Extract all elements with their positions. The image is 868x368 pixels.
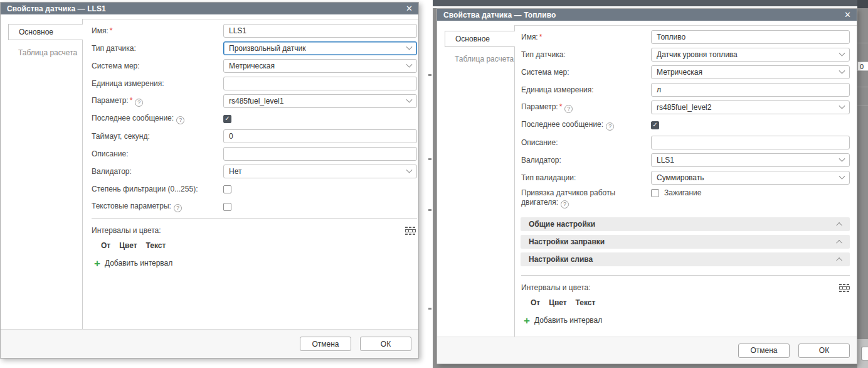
intervals-grid-icon[interactable] xyxy=(839,284,850,292)
required-asterisk: * xyxy=(539,33,542,41)
page-fragment xyxy=(428,209,431,211)
field-row-name: Имя:* xyxy=(92,24,417,38)
select-value: Суммировать xyxy=(657,173,704,182)
required-asterisk: * xyxy=(110,26,113,35)
validation-type-select[interactable]: Суммировать xyxy=(651,171,850,185)
field-row-last-message: Последнее сообщение:? xyxy=(92,112,417,126)
unit-input[interactable] xyxy=(651,83,850,97)
close-icon[interactable]: ✕ xyxy=(405,4,414,13)
help-glyph: ? xyxy=(179,116,182,125)
field-label: Таймаут, секунд: xyxy=(92,132,150,141)
chevron-down-icon xyxy=(839,173,845,179)
tab-calc-table[interactable]: Таблица расчета xyxy=(445,51,515,67)
left-screenshot-pane: Свойства датчика — LLS1 ✕ Основное Табли… xyxy=(0,0,433,368)
chevron-up-icon xyxy=(836,257,842,263)
tab-label: Основное xyxy=(19,28,53,36)
field-label: Валидатор: xyxy=(92,167,132,176)
field-row-measure-system: Система мер: Метрическая xyxy=(92,59,417,73)
help-glyph: ? xyxy=(176,203,179,213)
dialog-titlebar: Свойства датчика — LLS1 ✕ xyxy=(1,3,418,14)
form-content: Имя:* Тип датчика: Произвольный датчик С… xyxy=(83,19,418,329)
page-fragment xyxy=(428,74,431,76)
tab-main[interactable]: Основное xyxy=(8,24,83,40)
help-icon[interactable]: ? xyxy=(174,204,182,212)
validator-select[interactable]: LLS1 xyxy=(651,153,850,167)
text-params-checkbox[interactable] xyxy=(223,203,231,211)
accordion-drain-settings[interactable]: Настройки слива xyxy=(521,252,850,266)
close-icon[interactable]: ✕ xyxy=(843,11,852,19)
chevron-down-icon xyxy=(406,43,413,50)
field-label: Имя: xyxy=(92,26,109,35)
form-content: Имя:* Тип датчика: Датчик уровня топлива… xyxy=(515,25,857,337)
accordion-label: Общие настройки xyxy=(529,220,595,229)
help-icon[interactable]: ? xyxy=(135,99,143,107)
field-label: Степень фильтрации (0...255): xyxy=(92,185,198,193)
field-label: Параметр: xyxy=(92,96,129,105)
ok-button[interactable]: ОК xyxy=(798,344,850,358)
field-label: Валидатор: xyxy=(521,156,561,165)
parameter-select[interactable]: rs485fuel_level1 xyxy=(223,94,417,108)
field-label: Единица измерения: xyxy=(92,79,164,88)
field-label: Тип датчика: xyxy=(521,50,566,59)
page-header-fragment xyxy=(433,0,857,6)
field-row-unit: Единица измерения: xyxy=(521,83,850,97)
name-input[interactable] xyxy=(651,30,850,44)
field-label: Последнее сообщение: xyxy=(92,114,174,122)
help-icon[interactable]: ? xyxy=(561,200,569,208)
measure-system-select[interactable]: Метрическая xyxy=(651,65,850,79)
last-message-checkbox[interactable] xyxy=(223,115,231,123)
help-icon[interactable]: ? xyxy=(564,105,573,113)
field-label: Имя: xyxy=(521,33,538,41)
cancel-button[interactable]: Отмена xyxy=(300,337,351,351)
field-label: Описание: xyxy=(92,149,129,158)
tab-main[interactable]: Основное xyxy=(445,31,515,47)
ok-button[interactable]: ОК xyxy=(360,337,411,351)
description-input[interactable] xyxy=(223,147,417,161)
cancel-button[interactable]: Отмена xyxy=(738,344,790,358)
tab-calc-table[interactable]: Таблица расчета xyxy=(8,45,83,61)
page-fragment xyxy=(428,158,431,160)
dialog-title: Свойства датчика — LLS1 xyxy=(7,4,106,13)
name-input[interactable] xyxy=(223,24,417,38)
chevron-down-icon xyxy=(839,155,845,161)
unit-input[interactable] xyxy=(223,77,417,90)
accordion-general-settings[interactable]: Общие настройки xyxy=(521,217,850,231)
field-row-validator: Валидатор: Нет xyxy=(92,165,417,178)
intervals-grid-icon[interactable] xyxy=(405,227,416,235)
tab-label: Таблица расчета xyxy=(455,55,514,63)
field-row-parameter: Параметр:*? rs485fuel_level1 xyxy=(92,94,417,108)
page-background-sliver: 0 xyxy=(857,8,868,368)
description-input[interactable] xyxy=(651,136,850,149)
plus-icon: + xyxy=(94,259,100,268)
chevron-down-icon xyxy=(839,50,845,56)
field-label: Параметр: xyxy=(521,102,558,111)
field-row-validator: Валидатор: LLS1 xyxy=(521,153,850,167)
sensor-type-select[interactable]: Датчик уровня топлива xyxy=(651,48,850,62)
intervals-label: Интервалы и цвета: xyxy=(92,226,161,235)
select-value: Метрическая xyxy=(657,68,702,77)
validator-select[interactable]: Нет xyxy=(223,165,417,178)
parameter-select[interactable]: rs485fuel_level2 xyxy=(651,100,850,114)
background-input-fragment: 0 xyxy=(857,62,868,71)
help-icon[interactable]: ? xyxy=(176,116,184,124)
dialog-titlebar: Свойства датчика — Топливо ✕ xyxy=(437,9,857,21)
field-row-timeout: Таймаут, секунд: xyxy=(92,129,417,143)
sensor-type-select[interactable]: Произвольный датчик xyxy=(223,41,417,55)
field-row-unit: Единица измерения: xyxy=(92,77,417,90)
accordion-filling-settings[interactable]: Настройки заправки xyxy=(521,235,850,249)
select-value: Датчик уровня топлива xyxy=(657,50,738,59)
field-row-description: Описание: xyxy=(521,136,850,149)
filtration-checkbox[interactable] xyxy=(223,185,231,193)
help-icon[interactable]: ? xyxy=(606,122,614,131)
last-message-checkbox[interactable] xyxy=(651,121,659,129)
add-interval-button[interactable]: + Добавить интервал xyxy=(521,316,850,325)
add-interval-button[interactable]: + Добавить интервал xyxy=(92,259,417,268)
measure-system-select[interactable]: Метрическая xyxy=(223,59,417,73)
chevron-down-icon xyxy=(839,102,845,109)
ignition-checkbox-label: Зажигание xyxy=(664,188,701,197)
col-text: Текст xyxy=(146,241,166,250)
timeout-input[interactable] xyxy=(223,129,417,143)
ignition-checkbox[interactable] xyxy=(651,189,659,197)
field-row-validation-type: Тип валидации: Суммировать xyxy=(521,171,850,185)
page-fragment xyxy=(857,43,868,43)
